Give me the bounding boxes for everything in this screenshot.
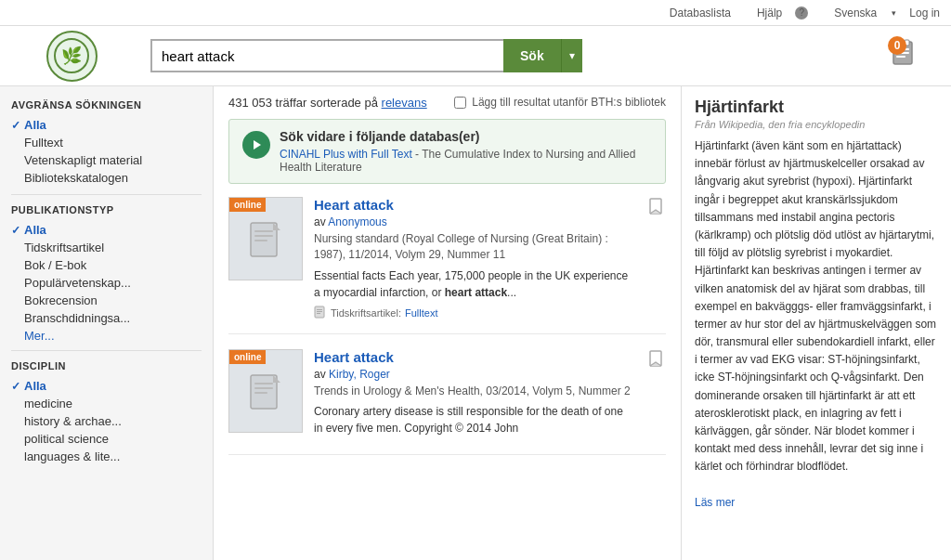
search-area: Sök ▾ [132, 39, 866, 72]
result-title-1[interactable]: Heart attack [314, 197, 634, 213]
topbar: Databaslista Hjälp ? Svenska ▾ Log in [0, 0, 951, 26]
sidebar-section-disciplin: DISCIPLIN [11, 360, 202, 371]
result-thumb-1: online [228, 197, 303, 280]
svg-rect-16 [317, 309, 322, 310]
checkmark-icon: ✓ [11, 119, 20, 132]
results-count-area: 431 053 träffar sorterade på relevans [228, 96, 427, 110]
add-result-label[interactable]: Lägg till resultat utanför BTH:s bibliot… [472, 96, 666, 109]
result-source-2: Trends in Urology & Men's Health, 03/201… [314, 384, 634, 399]
result-author-link-2[interactable]: Kirby, Roger [329, 368, 390, 381]
results-header: 431 053 träffar sorterade på relevans Lä… [228, 96, 666, 110]
wiki-source: Från Wikipedia, den fria encyklopedin [695, 119, 938, 130]
db-link[interactable]: CINAHL Plus with Full Text [280, 148, 412, 161]
sidebar-item-vetenskapligt[interactable]: Vetenskapligt material [11, 151, 202, 169]
db-link-line: CINAHL Plus with Full Text - The Cumulat… [280, 148, 652, 174]
document-svg-1 [247, 221, 284, 264]
sidebar-divider-1 [11, 194, 202, 195]
language-dropdown[interactable]: Svenska ▾ [821, 7, 896, 20]
sidebar-mer-1[interactable]: Mer... [11, 329, 202, 343]
results-panel: 431 053 träffar sorterade på relevans Lä… [214, 86, 682, 560]
sidebar-item-bibliotekskatalogen[interactable]: Bibliotekskatalogen [11, 169, 202, 187]
wiki-title: Hjärtinfarkt [695, 98, 938, 117]
sidebar-item-alla-2[interactable]: ✓ Alla [11, 221, 202, 239]
result-doc-icon [314, 306, 327, 320]
article-icon [314, 306, 327, 319]
checkmark-icon-2: ✓ [11, 224, 20, 237]
bookmark-icon-2[interactable] [645, 349, 666, 374]
sidebar-section-avgrantsa: AVGRÄNSA SÖKNINGEN [11, 99, 202, 111]
sidebar: AVGRÄNSA SÖKNINGEN ✓ Alla Fulltext Veten… [0, 86, 214, 560]
result-body-2: Heart attack av Kirby, Roger Trends in U… [314, 349, 634, 442]
svg-rect-13 [254, 240, 267, 241]
result-footer-type-1: Tidskriftsartikel: [331, 307, 401, 319]
header: 🌿 Sök ▾ 0 [0, 26, 951, 86]
sidebar-item-bokrecension[interactable]: Bokrecension [11, 292, 202, 309]
sidebar-item-branschdidningsa[interactable]: Branschdidningsa... [11, 309, 202, 327]
result-fulltext-link-1[interactable]: Fulltext [405, 307, 437, 319]
add-result-checkbox[interactable] [454, 97, 466, 109]
svg-rect-11 [254, 230, 273, 232]
result-abstract-1: Essential facts Each year, 175,000 peopl… [314, 267, 634, 301]
arrow-right-icon [247, 136, 266, 154]
add-result-area: Lägg till resultat utanför BTH:s bibliot… [454, 96, 666, 109]
db-suggestion-box: Sök vidare i följande databas(er) CINAHL… [228, 119, 666, 184]
result-thumb-2: online [228, 349, 303, 433]
sidebar-item-history-archae[interactable]: history & archae... [11, 412, 202, 430]
result-body-1: Heart attack av Anonymous Nursing standa… [314, 197, 634, 320]
checkmark-icon-3: ✓ [11, 380, 20, 393]
result-source-1: Nursing standard (Royal College of Nursi… [314, 231, 634, 263]
sidebar-item-popularvetetenskap[interactable]: Populärvetenskap... [11, 274, 202, 292]
main: AVGRÄNSA SÖKNINGEN ✓ Alla Fulltext Veten… [0, 86, 951, 560]
bookmark-svg-1 [645, 197, 666, 217]
sidebar-divider-2 [11, 350, 202, 351]
sidebar-section-publikationstyp: PUBLIKATIONSTYP [11, 204, 202, 215]
abstract-bold-1: heart attack [445, 286, 507, 299]
svg-rect-21 [254, 383, 273, 384]
result-author-2: av Kirby, Roger [314, 368, 634, 381]
sidebar-item-tidskriftsartikel[interactable]: Tidskriftsartikel [11, 239, 202, 256]
cart-area[interactable]: 0 [866, 38, 940, 74]
logo-svg: 🌿 [54, 38, 89, 73]
wiki-text: Hjärtinfarkt (även känt som en hjärtatta… [695, 137, 938, 512]
svg-text:🌿: 🌿 [61, 46, 83, 66]
result-abstract-2: Coronary artery disease is still respons… [314, 403, 634, 436]
database-list-link[interactable]: Databaslista [670, 7, 731, 20]
result-card-2: online Heart attack av [228, 349, 666, 456]
svg-rect-7 [896, 56, 905, 58]
result-author-link-1[interactable]: Anonymous [328, 215, 386, 228]
sidebar-item-alla-3[interactable]: ✓ Alla [11, 377, 202, 395]
sidebar-item-political-science[interactable]: political science [11, 430, 202, 448]
wikipedia-panel: Hjärtinfarkt Från Wikipedia, den fria en… [682, 86, 951, 560]
sidebar-item-fulltext[interactable]: Fulltext [11, 134, 202, 151]
svg-rect-17 [317, 311, 322, 312]
doc-icon-1 [247, 221, 284, 272]
svg-rect-22 [254, 387, 273, 389]
content: 431 053 träffar sorterade på relevans Lä… [214, 86, 951, 560]
help-link[interactable]: Hjälp [757, 7, 782, 20]
result-author-1: av Anonymous [314, 215, 634, 228]
svg-rect-12 [254, 235, 273, 237]
cart-badge: 0 [888, 36, 906, 55]
bookmark-svg-2 [645, 349, 666, 370]
sidebar-item-alla-1[interactable]: ✓ Alla [11, 116, 202, 134]
svg-rect-18 [317, 313, 320, 314]
search-btn-group: Sök ▾ [503, 39, 582, 72]
results-count-text: 431 053 träffar sorterade på [228, 96, 378, 110]
doc-icon-2 [247, 373, 284, 424]
search-dropdown-button[interactable]: ▾ [561, 39, 582, 72]
sidebar-item-languages-lite[interactable]: languages & lite... [11, 448, 202, 465]
online-badge-1: online [229, 198, 266, 212]
logo-area: 🌿 [11, 31, 132, 82]
bookmark-icon-1[interactable] [645, 197, 666, 222]
wiki-read-more-link[interactable]: Läs mer [695, 496, 735, 509]
sidebar-item-medicine[interactable]: medicine [11, 395, 202, 412]
search-button[interactable]: Sök [503, 39, 561, 72]
login-link[interactable]: Log in [909, 7, 940, 20]
db-suggestion-title: Sök vidare i följande databas(er) [280, 129, 480, 144]
search-input[interactable] [150, 39, 503, 72]
sidebar-item-bok-ebok[interactable]: Bok / E-bok [11, 256, 202, 274]
result-actions-1 [645, 197, 666, 320]
relevans-link[interactable]: relevans [382, 96, 427, 110]
document-svg-2 [247, 373, 284, 416]
result-title-2[interactable]: Heart attack [314, 349, 634, 365]
